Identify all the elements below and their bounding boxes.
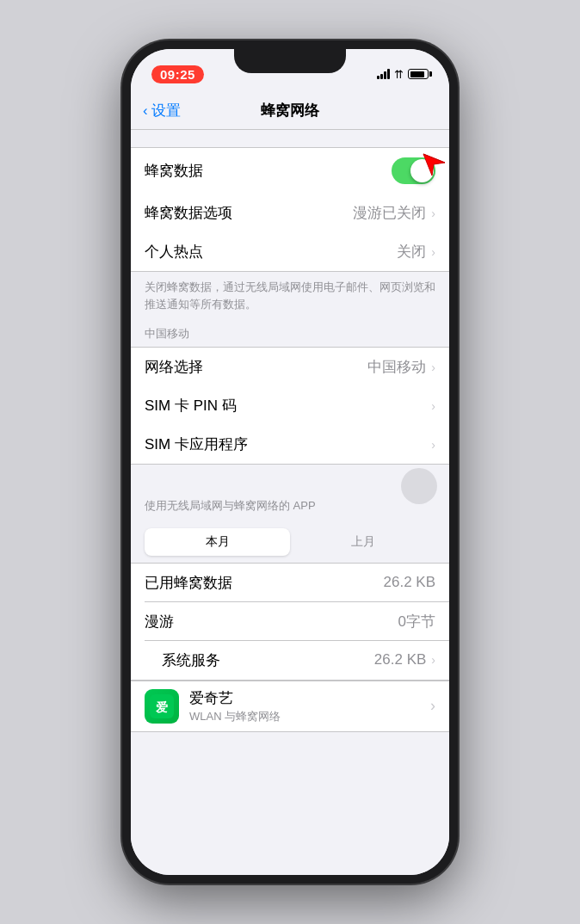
personal-hotspot-row[interactable]: 个人热点 关闭 › <box>131 232 449 271</box>
carrier-section-label: 中国移动 <box>131 319 449 347</box>
data-used-value: 26.2 KB <box>384 574 436 591</box>
roaming-label: 漫游 <box>145 612 174 631</box>
roaming-value: 0字节 <box>398 612 435 631</box>
sim-app-row[interactable]: SIM 卡应用程序 › <box>131 425 449 464</box>
system-service-value: 26.2 KB › <box>374 651 435 668</box>
svg-text:爱: 爱 <box>156 700 168 714</box>
notch <box>234 49 346 73</box>
phone-screen: 09:25 ⇈ ‹ 设置 蜂窝网络 <box>131 49 449 875</box>
chevron-right-icon-6: › <box>431 653 435 667</box>
personal-hotspot-label: 个人热点 <box>145 242 203 262</box>
personal-hotspot-value: 关闭 › <box>397 242 435 262</box>
chevron-right-icon-2: › <box>431 245 435 259</box>
data-used-label: 已用蜂窝数据 <box>145 573 232 593</box>
cellular-data-options-row[interactable]: 蜂窝数据选项 漫游已关闭 › <box>131 194 449 232</box>
app-row-iqiyi[interactable]: 爱 爱奇艺 WLAN 与蜂窝网络 › <box>131 681 449 731</box>
sim-pin-row[interactable]: SIM 卡 PIN 码 › <box>131 386 449 425</box>
data-used-row: 已用蜂窝数据 26.2 KB <box>131 564 449 602</box>
toggle-knob <box>410 159 434 182</box>
tab-this-month[interactable]: 本月 <box>145 528 290 556</box>
system-service-row[interactable]: 系统服务 26.2 KB › <box>131 641 449 680</box>
content-area: 蜂窝数据 蜂窝数据选项 漫游已关闭 › 个人热点 <box>131 130 449 875</box>
carrier-settings-group: 网络选择 中国移动 › SIM 卡 PIN 码 › SIM 卡应用程序 <box>131 347 449 465</box>
phone-frame: 09:25 ⇈ ‹ 设置 蜂窝网络 <box>122 40 458 884</box>
status-time: 09:25 <box>151 65 204 83</box>
nav-bar: ‹ 设置 蜂窝网络 <box>131 92 449 130</box>
cellular-data-label: 蜂窝数据 <box>145 161 203 181</box>
chevron-right-icon-4: › <box>431 399 435 413</box>
month-tab-bar: 本月 上月 <box>131 521 449 563</box>
page-title: 蜂窝网络 <box>261 101 319 120</box>
cellular-data-toggle[interactable] <box>392 157 435 184</box>
sim-pin-chevron: › <box>429 399 435 413</box>
network-select-value: 中国移动 › <box>367 357 435 377</box>
iqiyi-app-icon: 爱 <box>145 689 179 724</box>
network-select-row[interactable]: 网络选择 中国移动 › <box>131 348 449 386</box>
back-button[interactable]: ‹ 设置 <box>143 101 181 120</box>
app-section-label: 使用无线局域网与蜂窝网络的 APP <box>131 490 449 521</box>
sim-pin-label: SIM 卡 PIN 码 <box>145 396 237 416</box>
system-service-label: 系统服务 <box>145 650 220 670</box>
chevron-right-icon-5: › <box>431 438 435 452</box>
app-sub-iqiyi: WLAN 与蜂窝网络 <box>189 709 418 724</box>
usage-stats-group: 已用蜂窝数据 26.2 KB 漫游 0字节 系统服务 26.2 K <box>131 563 449 681</box>
back-label: 设置 <box>151 101 181 120</box>
sim-app-label: SIM 卡应用程序 <box>145 434 248 454</box>
signal-icon <box>377 69 390 79</box>
app-info-iqiyi: 爱奇艺 WLAN 与蜂窝网络 <box>189 688 418 724</box>
chevron-left-icon: ‹ <box>143 102 148 120</box>
battery-icon <box>408 69 429 79</box>
roaming-row: 漫游 0字节 <box>131 602 449 641</box>
network-select-label: 网络选择 <box>145 357 203 377</box>
chevron-right-icon-3: › <box>431 360 435 374</box>
sim-app-chevron: › <box>429 438 435 452</box>
cellular-data-options-label: 蜂窝数据选项 <box>145 203 232 223</box>
tab-last-month[interactable]: 上月 <box>290 528 435 556</box>
cellular-data-options-value: 漫游已关闭 › <box>353 203 435 223</box>
chevron-right-icon-7: › <box>430 697 435 715</box>
cellular-settings-group: 蜂窝数据 蜂窝数据选项 漫游已关闭 › 个人热点 <box>131 147 449 272</box>
status-icons: ⇈ <box>377 68 429 81</box>
chevron-right-icon: › <box>431 206 435 220</box>
scroll-indicator <box>401 468 437 504</box>
wifi-icon: ⇈ <box>394 68 404 81</box>
app-list-group: 爱 爱奇艺 WLAN 与蜂窝网络 › <box>131 681 449 732</box>
cellular-info-text: 关闭蜂窝数据，通过无线局域网使用电子邮件、网页浏览和推送通知等所有数据。 <box>131 272 449 319</box>
cellular-data-row[interactable]: 蜂窝数据 <box>131 148 449 194</box>
app-name-iqiyi: 爱奇艺 <box>189 688 418 708</box>
